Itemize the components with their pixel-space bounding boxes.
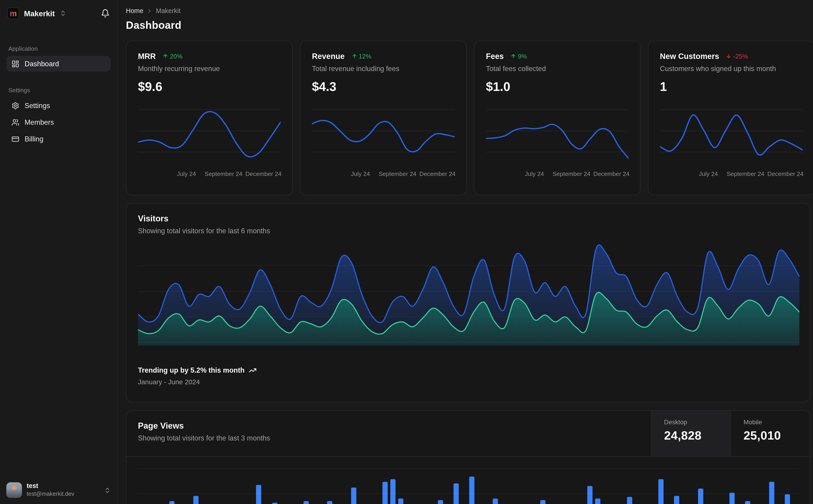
sidebar-item-label: Settings <box>24 101 50 109</box>
bar[interactable] <box>745 501 750 504</box>
bar[interactable] <box>540 500 545 504</box>
bar[interactable] <box>304 501 309 504</box>
page-views-card: Page Views Showing total visitors for th… <box>126 410 810 504</box>
page-views-bar-chart[interactable] <box>138 460 798 504</box>
notifications-button[interactable] <box>101 9 110 18</box>
x-tick-label: December 24 <box>419 171 456 177</box>
sidebar-item-settings[interactable]: Settings <box>6 98 111 113</box>
visitors-card: Visitors Showing total visitors for the … <box>126 203 810 403</box>
nav-section-label: Application <box>8 45 109 52</box>
sidebar-nav: Application Dashboard Settings Settings … <box>0 24 117 476</box>
bar[interactable] <box>256 485 262 504</box>
tab-desktop[interactable]: Desktop 24,828 <box>651 411 731 456</box>
bar[interactable] <box>351 488 356 504</box>
stat-title: MRR <box>138 52 156 61</box>
main-content: Home Makerkit Dashboard MRR 20% Monthly … <box>118 0 813 504</box>
users-icon <box>11 118 19 126</box>
makerkit-logo: m <box>7 7 19 19</box>
visitors-title: Visitors <box>138 214 798 223</box>
tab-mobile[interactable]: Mobile 25,010 <box>731 411 810 456</box>
tab-mobile-value: 25,010 <box>744 429 810 443</box>
bar[interactable] <box>595 499 600 504</box>
bar[interactable] <box>390 479 396 504</box>
bar[interactable] <box>659 479 664 504</box>
bar[interactable] <box>674 496 680 504</box>
stat-value: 1 <box>660 79 803 94</box>
stat-subtitle: Customers who signed up this month <box>660 65 803 72</box>
stat-trend: 12% <box>352 53 371 60</box>
stat-sparkline[interactable] <box>660 106 803 166</box>
bar[interactable] <box>327 501 333 504</box>
bar[interactable] <box>493 499 498 504</box>
x-tick-label: December 24 <box>768 171 804 177</box>
x-tick-label: September 24 <box>379 171 416 177</box>
sidebar-item-members[interactable]: Members <box>6 114 111 130</box>
bar[interactable] <box>438 500 443 504</box>
stat-trend: 20% <box>162 53 182 60</box>
x-tick-label: September 24 <box>552 171 590 177</box>
stat-card: MRR 20% Monthly recurring revenue $9.6 J… <box>126 41 293 195</box>
bar[interactable] <box>627 497 632 504</box>
user-email: test@makerkit.dev <box>27 491 74 498</box>
bell-icon <box>101 9 110 18</box>
sparkline-x-labels: July 24 September 24 December 24 <box>138 171 281 179</box>
stat-sparkline[interactable] <box>312 106 455 166</box>
chevron-right-icon <box>146 8 153 14</box>
bar[interactable] <box>769 482 774 504</box>
stat-sparkline[interactable] <box>486 106 629 166</box>
user-name: test <box>27 483 74 491</box>
stat-cards-row: MRR 20% Monthly recurring revenue $9.6 J… <box>126 41 810 195</box>
bar[interactable] <box>698 488 703 504</box>
layout-dashboard-icon <box>11 60 19 68</box>
user-menu[interactable]: test test@makerkit.dev <box>0 476 117 504</box>
bar[interactable] <box>272 503 277 504</box>
stat-value: $4.3 <box>312 79 455 94</box>
gridline <box>138 493 798 494</box>
bar[interactable] <box>382 482 388 504</box>
trend-down-icon <box>726 53 732 59</box>
visitors-subtitle: Showing total visitors for the last 6 mo… <box>138 227 798 235</box>
nav-section-label: Settings <box>8 87 109 93</box>
bar[interactable] <box>193 496 198 504</box>
breadcrumb-home-link[interactable]: Home <box>126 7 143 15</box>
sidebar-item-label: Members <box>24 118 54 126</box>
stat-value: $9.6 <box>138 79 281 94</box>
chevrons-up-down-icon <box>104 487 111 493</box>
bar[interactable] <box>469 477 474 504</box>
stat-subtitle: Monthly recurring revenue <box>138 65 281 72</box>
stat-value: $1.0 <box>486 79 629 94</box>
sidebar-item-billing[interactable]: Billing <box>6 131 111 147</box>
credit-card-icon <box>11 135 19 143</box>
sparkline-x-labels: July 24 September 24 December 24 <box>312 171 455 179</box>
bar[interactable] <box>730 493 735 504</box>
gridline <box>138 468 798 469</box>
stat-title: Revenue <box>312 52 345 61</box>
bar[interactable] <box>169 501 175 504</box>
x-tick-label: July 24 <box>525 171 544 177</box>
settings-gear-icon <box>11 101 19 109</box>
workspace-switcher[interactable]: m Makerkit <box>0 0 117 24</box>
tab-mobile-label: Mobile <box>744 419 810 426</box>
x-tick-label: July 24 <box>177 171 196 177</box>
bar[interactable] <box>785 494 790 504</box>
visitors-footer: Trending up by 5.2% this month January -… <box>138 366 798 386</box>
page-views-subtitle: Showing total visitors for the last 3 mo… <box>138 434 640 442</box>
sidebar-item-dashboard[interactable]: Dashboard <box>6 56 111 72</box>
sparkline-x-labels: July 24 September 24 December 24 <box>486 171 629 179</box>
bar[interactable] <box>587 486 593 504</box>
sidebar: m Makerkit Application Dashboard Setting… <box>0 0 117 504</box>
trend-up-icon <box>162 53 168 59</box>
stat-sparkline[interactable] <box>138 106 281 166</box>
visitors-area-chart[interactable] <box>138 243 798 346</box>
breadcrumb-current: Makerkit <box>156 7 181 15</box>
tab-desktop-value: 24,828 <box>664 429 731 443</box>
trend-up-icon <box>511 53 516 59</box>
bar[interactable] <box>398 499 403 504</box>
stat-trend-value: 12% <box>359 53 371 60</box>
x-tick-label: December 24 <box>593 171 630 177</box>
stat-card: Revenue 12% Total revenue including fees… <box>300 41 466 195</box>
stat-subtitle: Total revenue including fees <box>312 65 455 72</box>
logo-letter: m <box>10 9 17 17</box>
page-views-header: Page Views Showing total visitors for th… <box>126 411 810 457</box>
sparkline-x-labels: July 24 September 24 December 24 <box>660 171 803 179</box>
